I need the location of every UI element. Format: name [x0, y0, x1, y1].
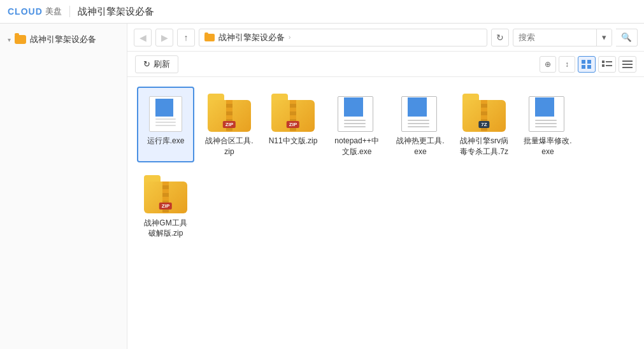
svg-rect-9: [622, 64, 633, 65]
file-label: 战神GM工具破解版.zip: [141, 218, 190, 239]
file-label: 战神合区工具.zip: [204, 136, 254, 157]
up-button[interactable]: ↑: [177, 29, 195, 46]
meipan-label: 美盘: [45, 6, 62, 17]
file-label: N11中文版.zip: [269, 136, 318, 146]
view-large-button[interactable]: [578, 56, 596, 73]
grid-view-icon: [582, 60, 592, 69]
topbar: CLOUD 美盘 战神引擎架设必备: [0, 0, 644, 24]
file-thumb: ZIP: [207, 92, 252, 133]
cloud-label: CLOUD: [8, 6, 43, 17]
search-box: ▾: [513, 29, 612, 46]
content-area: ◀ ▶ ↑ 战神引擎架设必备 › ↻ ▾ 🔍 ↻ 刷新 ⊕ ↕: [127, 24, 644, 349]
file-thumb: [334, 92, 379, 133]
view-list-button[interactable]: [619, 56, 636, 73]
back-button[interactable]: ◀: [134, 29, 152, 46]
path-folder-icon: [204, 34, 215, 41]
svg-rect-1: [587, 60, 591, 64]
exe2-file-icon: [335, 94, 378, 132]
file-thumb: [398, 92, 443, 133]
topbar-divider: [69, 6, 70, 17]
exe2-file-icon: [526, 94, 569, 132]
sidebar: ▾ 战神引擎架设必备: [0, 24, 127, 349]
sort-button[interactable]: ↕: [559, 56, 575, 73]
folder-icon: [15, 35, 26, 44]
brand: CLOUD 美盘: [8, 6, 62, 17]
file-thumb: ZIP: [143, 174, 188, 215]
file-item[interactable]: 批量爆率修改.exe: [519, 87, 576, 162]
page-title: 战神引擎架设必备: [78, 6, 154, 18]
search-dropdown-button[interactable]: ▾: [596, 29, 612, 46]
file-thumb: 7Z: [462, 92, 506, 133]
svg-rect-0: [582, 60, 585, 64]
zip-folder-icon: ZIP: [144, 175, 187, 213]
file-item[interactable]: ZIP 战神合区工具.zip: [201, 87, 258, 162]
path-refresh-button[interactable]: ↻: [491, 29, 509, 46]
path-box: 战神引擎架设必备 ›: [199, 29, 487, 46]
view-controls: ⊕ ↕: [540, 56, 636, 73]
svg-rect-6: [602, 64, 605, 67]
search-input[interactable]: [513, 32, 596, 42]
zip-folder-icon: ZIP: [208, 94, 251, 132]
svg-rect-4: [602, 61, 605, 63]
file-item[interactable]: 7Z 战神引擎srv病毒专杀工具.7z: [455, 87, 513, 162]
detail-view-icon: [602, 60, 612, 69]
file-thumb: ZIP: [271, 92, 315, 133]
sidebar-item-folder[interactable]: ▾ 战神引擎架设必备: [0, 30, 127, 49]
view-detail-button[interactable]: [598, 56, 616, 73]
file-label: 运行库.exe: [147, 136, 185, 146]
7z-folder-icon: 7Z: [462, 94, 506, 132]
pathbar: ◀ ▶ ↑ 战神引擎架设必备 › ↻ ▾ 🔍: [127, 24, 644, 52]
refresh-label: 刷新: [154, 59, 170, 70]
file-thumb: [526, 92, 570, 133]
zip-folder-icon: ZIP: [271, 94, 315, 132]
path-chevron-icon: ›: [289, 34, 290, 41]
path-text: 战神引擎架设必备: [218, 32, 285, 43]
files-area: 运行库.exe ZIP 战神合区工具.zip: [127, 77, 644, 349]
file-label: notepad++中文版.exe: [332, 136, 382, 157]
file-item[interactable]: 战神热更工具.exe: [392, 87, 449, 162]
refresh-button[interactable]: ↻ 刷新: [135, 55, 178, 73]
search-button[interactable]: 🔍: [616, 29, 638, 46]
file-item[interactable]: notepad++中文版.exe: [328, 87, 385, 162]
file-thumb: [143, 92, 188, 133]
expand-arrow-icon: ▾: [8, 36, 11, 43]
svg-rect-7: [606, 65, 612, 66]
svg-rect-10: [622, 67, 633, 68]
exe-file-icon: [144, 94, 187, 132]
svg-rect-5: [606, 61, 612, 62]
file-item[interactable]: 运行库.exe: [137, 87, 194, 162]
svg-rect-8: [622, 61, 633, 62]
file-label: 战神引擎srv病毒专杀工具.7z: [459, 136, 509, 157]
file-item[interactable]: ZIP N11中文版.zip: [264, 87, 322, 162]
svg-rect-3: [587, 65, 591, 69]
actionbar: ↻ 刷新 ⊕ ↕: [127, 52, 644, 77]
refresh-icon: ↻: [143, 59, 150, 69]
file-label: 战神热更工具.exe: [396, 136, 445, 157]
exe2-file-icon: [399, 94, 442, 132]
forward-button[interactable]: ▶: [155, 29, 173, 46]
main-layout: ▾ 战神引擎架设必备 ◀ ▶ ↑ 战神引擎架设必备 › ↻ ▾ 🔍: [0, 24, 644, 349]
zoom-button[interactable]: ⊕: [540, 56, 556, 73]
file-item[interactable]: ZIP 战神GM工具破解版.zip: [137, 169, 194, 245]
list-view-icon: [622, 60, 633, 69]
svg-rect-2: [582, 65, 585, 69]
file-label: 批量爆率修改.exe: [523, 136, 573, 157]
sidebar-folder-label: 战神引擎架设必备: [30, 34, 96, 45]
